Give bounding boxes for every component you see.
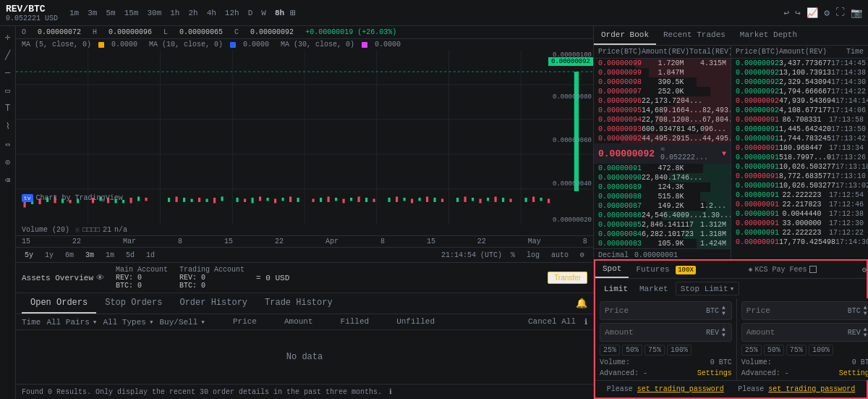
info-icon[interactable]: ℹ — [584, 317, 587, 327]
zoom-1m[interactable]: 1m — [103, 251, 117, 260]
sell-price-input[interactable] — [746, 306, 848, 315]
auto-toggle[interactable]: auto — [548, 251, 571, 260]
chart-canvas[interactable]: 0.00000100 0.00000080 0.00000060 0.00000… — [16, 50, 593, 224]
sell-settings-link[interactable]: Settings — [839, 369, 868, 377]
buy-price-down-arrow[interactable]: ▼ — [720, 311, 727, 316]
sell-100pct[interactable]: 100% — [809, 345, 833, 356]
tf-3m[interactable]: 3m — [85, 7, 100, 19]
tf-1h[interactable]: 1h — [167, 7, 182, 19]
types-filter[interactable]: All Types ▾ — [103, 317, 153, 327]
buy-amount-input-group[interactable]: REV ▲ ▼ — [600, 323, 732, 342]
zoom-3m[interactable]: 3m — [82, 251, 97, 260]
tab-market-depth[interactable]: Market Depth — [733, 26, 804, 45]
buy-amount-input[interactable] — [605, 328, 706, 337]
sell-25pct[interactable]: 25% — [741, 345, 762, 356]
buy-price-input[interactable] — [605, 306, 706, 315]
ob-buy-row-6[interactable]: 0.00000086 24,546.4009... 1.30... — [594, 211, 731, 220]
tf-2h[interactable]: 2h — [185, 7, 200, 19]
tf-8h[interactable]: 8h — [272, 7, 287, 19]
eye-icon[interactable]: 👁 — [96, 273, 104, 282]
tab-order-book[interactable]: Order Book — [594, 26, 656, 45]
zoom-6m[interactable]: 6m — [62, 251, 77, 260]
ob-sell-row-3[interactable]: 0.00000098 390.5K — [594, 77, 731, 87]
tf-12h[interactable]: 12h — [222, 7, 242, 19]
h-line-icon[interactable]: ─ — [5, 68, 10, 78]
tf-1m[interactable]: 1m — [67, 7, 82, 19]
pct-toggle[interactable]: % — [508, 251, 518, 260]
zoom-5d[interactable]: 5d — [123, 251, 137, 260]
ob-sell-row-8[interactable]: 0.00000093 600.934781 45,096... — [594, 125, 731, 134]
settings-icon[interactable]: ⚙ — [824, 7, 830, 19]
eraser-icon[interactable]: ⌫ — [5, 175, 10, 186]
fib-icon[interactable]: ⌇ — [6, 121, 10, 132]
ob-buy-row-7[interactable]: 0.00000085 2,846.141117 1.312M — [594, 220, 731, 230]
sell-amount-down-arrow[interactable]: ▼ — [862, 332, 868, 338]
cancel-all-button[interactable]: Cancel All — [528, 317, 576, 327]
buysell-filter[interactable]: Buy/Sell ▾ — [160, 317, 205, 327]
zoom-1d[interactable]: 1d — [143, 251, 158, 260]
limit-btn[interactable]: Limit — [600, 283, 632, 295]
futures-tab[interactable]: Futures 100X — [629, 261, 702, 277]
line-icon[interactable]: ╱ — [5, 50, 10, 61]
sell-price-input-group[interactable]: BTC ▲ ▼ — [741, 301, 868, 320]
undo-icon[interactable]: ↩ — [784, 7, 790, 19]
tab-recent-trades[interactable]: Recent Trades — [656, 26, 733, 45]
buy-amount-arrows[interactable]: ▲ ▼ — [720, 327, 727, 338]
crosshair-icon[interactable]: ✛ — [5, 32, 10, 43]
ob-sell-row-5[interactable]: 0.00000096 22,173.7204... — [594, 96, 731, 106]
pairs-filter[interactable]: All Pairs ▾ — [46, 317, 97, 327]
log-toggle[interactable]: log — [524, 251, 542, 260]
ob-buy-row-4[interactable]: 0.00000088 515.8K — [594, 192, 731, 201]
ob-buy-row-9[interactable]: 0.00000083 105.9K 1.424M — [594, 239, 731, 248]
market-btn[interactable]: Market — [635, 283, 673, 295]
tab-stop-orders[interactable]: Stop Orders — [96, 293, 171, 314]
redo-icon[interactable]: ↪ — [795, 7, 801, 19]
tf-d[interactable]: D — [245, 7, 256, 19]
rect-icon[interactable]: ▭ — [5, 85, 10, 96]
sell-50pct[interactable]: 50% — [764, 345, 784, 356]
tab-trade-history[interactable]: Trade History — [256, 293, 341, 314]
notification-icon[interactable]: 🔔 — [576, 298, 587, 309]
candle-type-icon[interactable]: ⊞ — [290, 7, 296, 19]
zoom-5y[interactable]: 5y — [22, 251, 36, 260]
buy-price-arrows[interactable]: ▲ ▼ — [720, 305, 727, 316]
ob-buy-row-2[interactable]: 0.00000090 22,840.1746... — [594, 173, 731, 182]
tf-15m[interactable]: 15m — [122, 7, 142, 19]
decimal-value[interactable]: 0.00000001 — [634, 251, 678, 259]
sell-price-arrows[interactable]: ▲ ▼ — [862, 305, 868, 316]
ob-sell-row-6[interactable]: 0.00000095 14,689.1664... 82,493... — [594, 106, 731, 115]
ob-sell-row-9[interactable]: 0.00000092 44,495.2915... 44,495... — [594, 134, 731, 143]
sell-75pct[interactable]: 75% — [786, 345, 807, 356]
ob-sell-row-1[interactable]: 0.00000099 1.720M 4.315M — [594, 59, 731, 68]
sell-amount-input-group[interactable]: REV ▲ ▼ — [741, 323, 868, 342]
buy-25pct[interactable]: 25% — [600, 345, 620, 356]
ob-buy-row-3[interactable]: 0.00000089 124.3K — [594, 182, 731, 192]
ob-sell-row-2[interactable]: 0.00000099 1.847M — [594, 68, 731, 77]
kcs-checkbox-icon[interactable] — [809, 266, 817, 273]
sell-amount-input[interactable] — [746, 328, 848, 337]
buy-settings-link[interactable]: Settings — [697, 369, 732, 377]
indicator-icon[interactable]: 📈 — [807, 7, 818, 19]
ob-buy-row-1[interactable]: 0.00000091 472.8K — [594, 164, 731, 173]
buy-price-input-group[interactable]: BTC ▲ ▼ — [600, 301, 732, 320]
transfer-button[interactable]: Transfer — [548, 272, 587, 284]
camera-icon[interactable]: 📷 — [851, 7, 862, 19]
buy-amount-down-arrow[interactable]: ▼ — [720, 332, 727, 338]
tf-4h[interactable]: 4h — [204, 7, 219, 19]
buy-75pct[interactable]: 75% — [644, 345, 665, 356]
tf-5m[interactable]: 5m — [103, 7, 118, 19]
ob-sell-row-4[interactable]: 0.00000097 252.0K — [594, 87, 731, 96]
sell-amount-arrows[interactable]: ▲ ▼ — [862, 327, 868, 338]
kcs-pay-button[interactable]: ◈ KCS Pay Fees — [744, 263, 821, 276]
tf-30m[interactable]: 30m — [144, 7, 164, 19]
ob-sell-row-7[interactable]: 0.00000094 22,708.1208... 67,804... — [594, 115, 731, 125]
magnet-icon[interactable]: ⊙ — [5, 157, 10, 168]
zoom-1y[interactable]: 1y — [42, 251, 56, 260]
buy-set-password-link[interactable]: set trading password — [637, 385, 724, 393]
text-icon[interactable]: T — [5, 104, 10, 114]
form-settings-icon[interactable]: ⚙ — [861, 265, 867, 274]
sell-set-password-link[interactable]: set trading password — [768, 385, 855, 393]
tf-w[interactable]: W — [258, 7, 269, 19]
chart-settings-btn[interactable]: ⚙ — [577, 250, 587, 260]
spot-tab[interactable]: Spot — [595, 261, 629, 278]
